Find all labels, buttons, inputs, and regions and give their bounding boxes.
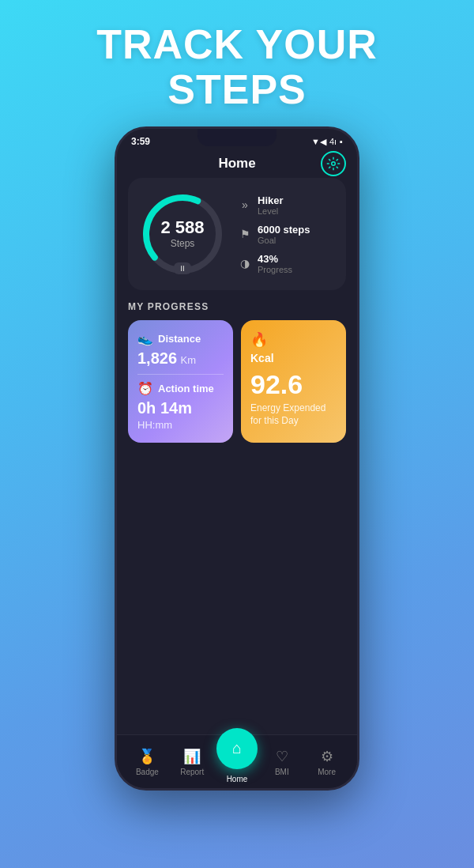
phone-notch: [198, 129, 276, 146]
more-icon: ⚙: [321, 748, 333, 765]
wifi-icon: 4ı: [329, 137, 337, 146]
distance-unit: Km: [181, 354, 197, 366]
left-progress-card: 👟 Distance 1,826 Km ⏰ Action time: [128, 320, 233, 443]
status-time: 3:59: [131, 136, 150, 147]
distance-label: Distance: [158, 333, 201, 345]
hero-title-line1: TRACK YOUR: [96, 22, 378, 67]
badge-icon: 🏅: [138, 748, 156, 765]
distance-icon: 👟: [137, 331, 153, 346]
action-time-value: 0h 14m: [137, 399, 192, 417]
pause-icon: ⏸: [179, 264, 186, 273]
progress-value: 43%: [258, 253, 292, 265]
hero-title-line2: STEPS: [96, 67, 378, 112]
home-label: Home: [227, 775, 248, 783]
kcal-value: 92.6: [250, 371, 303, 398]
distance-value: 1,826: [137, 349, 177, 367]
steps-value: 2 588: [160, 218, 204, 239]
action-time-label: Action time: [158, 383, 214, 394]
signal-icon: ▼◀: [311, 137, 326, 147]
action-time-icon: ⏰: [137, 381, 153, 396]
section-title: MY PROGRESS: [128, 301, 346, 312]
pause-button[interactable]: ⏸: [174, 262, 191, 274]
screen-title: Home: [218, 156, 255, 172]
nav-item-home[interactable]: ⌂ Home: [215, 736, 260, 788]
goal-text: 6000 steps Goal: [258, 224, 310, 245]
steps-unit-label: Steps: [160, 239, 204, 250]
hero-section: TRACK YOUR STEPS: [96, 0, 378, 126]
kcal-sublabel: Energy Expended for this Day: [250, 402, 337, 427]
level-label: Level: [258, 206, 284, 216]
nav-item-bmi[interactable]: ♡ BMI: [259, 748, 304, 776]
progress-grid: 👟 Distance 1,826 Km ⏰ Action time: [128, 320, 346, 443]
goal-label: Goal: [258, 236, 310, 245]
main-content: 2 588 Steps ⏸ » Hiker Level: [117, 178, 357, 734]
nav-header: Home: [117, 151, 357, 178]
report-icon: 📊: [183, 748, 201, 765]
goal-icon: ⚑: [239, 228, 251, 240]
goal-value: 6000 steps: [258, 224, 310, 236]
card-divider: [137, 374, 224, 375]
progress-row: ◑ 43% Progress: [239, 253, 335, 274]
distance-section: 👟 Distance 1,826 Km: [137, 331, 224, 368]
nav-item-badge[interactable]: 🏅 Badge: [125, 748, 170, 776]
bmi-label: BMI: [275, 768, 289, 776]
nav-item-more[interactable]: ⚙ More: [304, 748, 349, 776]
level-row: » Hiker Level: [239, 194, 335, 216]
kcal-card: 🔥 Kcal 92.6 Energy Expended for this Day: [241, 320, 346, 443]
home-button[interactable]: ⌂: [216, 728, 258, 769]
bottom-nav: 🏅 Badge 📊 Report ⌂ Home ♡ BMI ⚙ More: [117, 734, 357, 788]
progress-label: Progress: [258, 265, 292, 274]
status-icons: ▼◀ 4ı ▪: [311, 137, 343, 147]
action-time-unit: HH:mm: [137, 419, 172, 431]
goal-row: ⚑ 6000 steps Goal: [239, 224, 335, 245]
level-icon: »: [239, 198, 251, 211]
report-label: Report: [180, 768, 204, 776]
more-label: More: [318, 768, 336, 776]
action-time-section: ⏰ Action time 0h 14m HH:mm: [137, 381, 224, 432]
svg-point-0: [332, 162, 336, 166]
phone-screen: 3:59 ▼◀ 4ı ▪ Home: [117, 129, 357, 788]
kcal-icon: 🔥: [250, 331, 268, 349]
steps-card: 2 588 Steps ⏸ » Hiker Level: [128, 178, 346, 290]
steps-stats: » Hiker Level ⚑ 6000 steps Goal: [239, 194, 335, 274]
progress-icon: ◑: [239, 257, 251, 270]
battery-icon: ▪: [340, 137, 343, 146]
badge-label: Badge: [136, 768, 159, 776]
home-icon: ⌂: [232, 739, 242, 757]
steps-center: 2 588 Steps: [160, 218, 204, 250]
nav-item-report[interactable]: 📊 Report: [170, 748, 215, 776]
phone-frame: 3:59 ▼◀ 4ı ▪ Home: [115, 126, 359, 791]
level-value: Hiker: [258, 194, 284, 206]
steps-circle: 2 588 Steps ⏸: [139, 191, 226, 277]
kcal-label: Kcal: [250, 352, 274, 364]
level-text: Hiker Level: [258, 194, 284, 216]
settings-button[interactable]: [321, 151, 346, 176]
progress-text: 43% Progress: [258, 253, 292, 274]
bmi-icon: ♡: [276, 748, 288, 765]
